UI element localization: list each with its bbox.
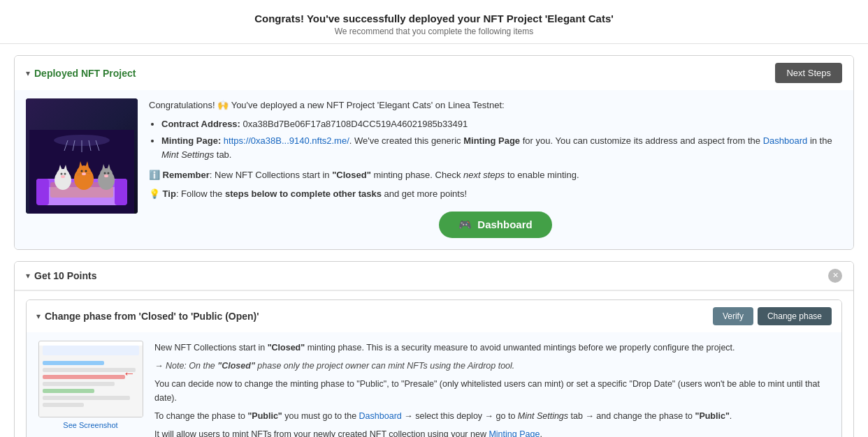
screenshot-mock: ←	[39, 346, 143, 417]
svg-point-18	[61, 175, 65, 178]
tip-label: 💡 Tip	[149, 188, 176, 199]
phase-body-5: It will allow users to mint NFTs from yo…	[154, 427, 832, 437]
contract-label: Contract Address:	[161, 119, 240, 129]
mock-header	[43, 346, 139, 355]
remember-label: ℹ️ Remember	[149, 170, 210, 180]
svg-point-23	[81, 170, 83, 172]
deployed-nft-card: ▾ Deployed NFT Project Next Steps	[14, 55, 854, 250]
contract-list: Contract Address: 0xa38Bd7Be06F17a87108D…	[161, 117, 842, 163]
points-card-body: ▾ Change phase from 'Closed' to 'Public …	[15, 299, 853, 437]
change-phase-subcard-body: ← See Screenshot New NFT Collections sta…	[27, 332, 841, 437]
phase-body-4: To change the phase to "Public" you must…	[154, 409, 832, 423]
main-content: ▾ Deployed NFT Project Next Steps	[0, 44, 868, 437]
subcard-text-content: New NFT Collections start in "Closed" mi…	[154, 341, 832, 437]
dashboard-link-inline[interactable]: Dashboard	[763, 135, 808, 146]
minting-page-label: Minting Page:	[161, 135, 221, 146]
deploy-text-content: Congratulations! 🙌 You've deployed a new…	[149, 98, 842, 238]
points-chevron-icon[interactable]: ▾	[26, 271, 30, 281]
svg-point-16	[61, 173, 63, 175]
remember-line: ℹ️ Remember: New NFT Collections start i…	[149, 168, 842, 183]
mock-line-3	[43, 375, 125, 379]
mock-line-1	[43, 361, 105, 365]
svg-point-34	[108, 172, 110, 175]
svg-point-30	[100, 168, 113, 179]
deployed-section-title: Deployed NFT Project	[34, 68, 136, 79]
mock-line-7	[43, 403, 84, 407]
svg-point-25	[82, 172, 86, 175]
deploy-content: Congratulations! 🙌 You've deployed a new…	[26, 98, 842, 238]
next-steps-button[interactable]: Next Steps	[775, 63, 842, 83]
change-phase-subcard: ▾ Change phase from 'Closed' to 'Public …	[26, 299, 842, 437]
minting-page-link[interactable]: https://0xa38B...9140.nfts2.me/	[224, 135, 349, 146]
dashboard-button[interactable]: 🎮 Dashboard	[439, 212, 551, 238]
deploy-image-inner	[26, 98, 138, 214]
mock-line-2	[43, 368, 136, 372]
deployed-card-header: ▾ Deployed NFT Project Next Steps	[15, 56, 853, 90]
change-phase-subcard-header: ▾ Change phase from 'Closed' to 'Public …	[27, 300, 841, 332]
points-circle-icon: ✕	[828, 269, 842, 283]
subcard-header-left: ▾ Change phase from 'Closed' to 'Public …	[36, 311, 259, 322]
subcard-chevron-icon[interactable]: ▾	[36, 311, 41, 321]
points-divider	[15, 290, 853, 291]
points-card-header-left: ▾ Get 10 Points	[26, 270, 96, 281]
svg-point-35	[104, 175, 108, 177]
screenshot-image[interactable]: ←	[38, 341, 143, 417]
svg-point-33	[104, 172, 106, 175]
phase-body-1: New NFT Collections start in "Closed" mi…	[154, 341, 832, 355]
points-section-title: Get 10 Points	[34, 270, 96, 281]
change-phase-button[interactable]: Change phase	[758, 307, 832, 325]
subcard-dashboard-link[interactable]: Dashboard	[359, 411, 402, 421]
phase-body-3: You can decide now to change the minting…	[154, 377, 832, 405]
subcard-actions: Verify Change phase	[713, 307, 832, 325]
contract-value: 0xa38Bd7Be06F17a87108D4CC519A46021985b33…	[243, 119, 468, 129]
dashboard-btn-label: Dashboard	[477, 218, 532, 230]
svg-point-13	[57, 169, 69, 180]
deployed-card-body: Congratulations! 🙌 You've deployed a new…	[15, 90, 853, 249]
congrats-text: Congratulations! 🙌 You've deployed a new…	[149, 98, 842, 113]
see-screenshot-link[interactable]: See Screenshot	[63, 421, 117, 429]
phase-note: → Note: On the "Closed" phase only the p…	[154, 359, 832, 373]
page-subtitle: We recommend that you complete the follo…	[0, 27, 868, 36]
contract-address-item: Contract Address: 0xa38Bd7Be06F17a87108D…	[161, 117, 842, 132]
deployed-chevron-icon[interactable]: ▾	[26, 68, 30, 78]
deploy-nft-image	[26, 98, 138, 214]
mock-line-4	[43, 382, 115, 386]
minting-page-item: Minting Page: https://0xa38B...9140.nfts…	[161, 134, 842, 163]
svg-point-20	[77, 165, 91, 178]
subcard-minting-link[interactable]: Minting Page	[489, 429, 540, 437]
dashboard-btn-wrap: 🎮 Dashboard	[149, 212, 842, 238]
subcard-title: Change phase from 'Closed' to 'Public (O…	[45, 311, 259, 322]
screenshot-thumb: ← See Screenshot	[36, 341, 145, 437]
dashboard-btn-icon: 🎮	[458, 218, 472, 231]
mock-arrow-icon: ←	[123, 366, 136, 381]
points-card-header: ▾ Get 10 Points ✕	[15, 262, 853, 290]
verify-button[interactable]: Verify	[713, 307, 753, 325]
svg-point-17	[64, 173, 66, 175]
mock-line-6	[43, 396, 131, 400]
deployed-card-header-left: ▾ Deployed NFT Project	[26, 68, 136, 79]
svg-rect-10	[115, 179, 127, 205]
svg-point-24	[85, 170, 87, 172]
page-title: Congrats! You've successfully deployed y…	[0, 13, 868, 24]
tip-line: 💡 Tip: Follow the steps below to complet…	[149, 187, 842, 202]
svg-rect-9	[36, 179, 49, 205]
mock-line-5	[43, 389, 94, 393]
points-card: ▾ Get 10 Points ✕ ▾ Change phase from 'C…	[14, 261, 854, 437]
page-header: Congrats! You've successfully deployed y…	[0, 0, 868, 44]
